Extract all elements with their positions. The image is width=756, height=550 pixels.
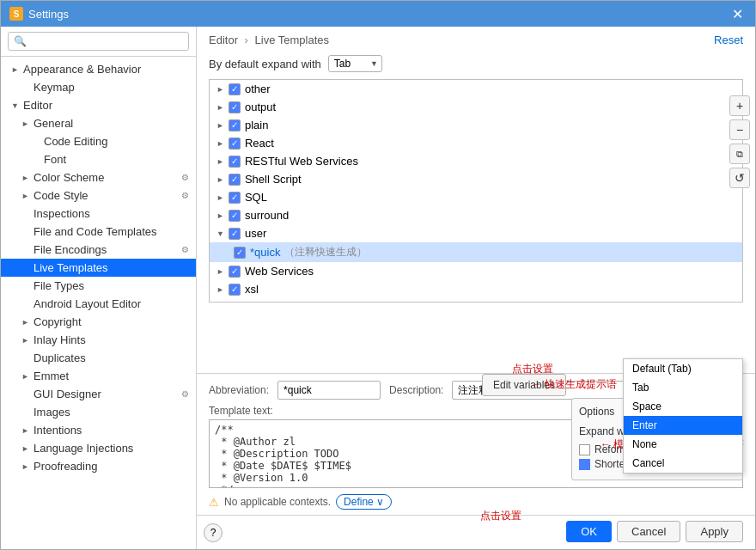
cancel-button[interactable]: Cancel [617,521,680,542]
checkbox[interactable]: ✓ [234,247,246,259]
sidebar-item-android-layout[interactable]: Android Layout Editor [1,295,196,313]
sidebar-item-label: General [34,117,73,130]
sidebar-item-duplicates[interactable]: Duplicates [1,349,196,367]
tpl-group-surround[interactable]: ► ✓ surround [210,206,742,224]
sidebar-item-label: Keymap [34,81,75,94]
sidebar-item-file-encodings[interactable]: File Encodings ⚙ [1,241,196,259]
sidebar-item-gui-designer[interactable]: GUI Designer ⚙ [1,385,196,403]
sidebar-item-label: Proofreading [34,460,97,473]
sidebar-item-images[interactable]: Images [1,403,196,421]
tpl-group-output[interactable]: ► ✓ output [210,98,742,116]
sidebar-item-editor[interactable]: ▼ Editor [1,96,196,114]
sidebar-item-intentions[interactable]: ► Intentions [1,421,196,439]
tpl-group-restful[interactable]: ► ✓ RESTful Web Services [210,152,742,170]
menu-item-cancel[interactable]: Cancel [624,454,742,473]
checkbox[interactable]: ✓ [229,266,241,278]
group-label: Zen CSS [245,301,290,302]
reformat-checkbox[interactable] [579,444,590,455]
checkbox[interactable]: ✓ [229,192,241,204]
checkbox[interactable]: ✓ [229,228,241,240]
sidebar-item-label: Images [34,406,70,419]
sidebar-item-appearance[interactable]: ► Appearance & Behavior [1,60,196,78]
expand-arrow: ▼ [216,229,224,238]
close-button[interactable]: ✕ [729,6,747,22]
tpl-group-react[interactable]: ► ✓ React [210,134,742,152]
sidebar-item-font[interactable]: Font [1,150,196,168]
search-box[interactable] [1,27,196,57]
tpl-name: *quick [250,246,280,259]
remove-button[interactable]: − [729,119,750,140]
expand-arrow: ▼ [11,101,20,110]
sidebar-item-file-types[interactable]: File Types [1,277,196,295]
tpl-group-xsl[interactable]: ► ✓ xsl [210,280,742,298]
tpl-group-user[interactable]: ▼ ✓ user [210,224,742,242]
group-label: user [245,227,266,240]
expand-arrow: ► [216,85,224,94]
sidebar-item-copyright[interactable]: ► Copyright [1,313,196,331]
reset-link[interactable]: Reset [714,34,743,46]
menu-item-default-tab[interactable]: Default (Tab) [624,359,742,378]
checkbox[interactable]: ✓ [229,101,241,113]
menu-item-tab[interactable]: Tab [624,378,742,397]
tpl-group-plain[interactable]: ► ✓ plain [210,116,742,134]
shorten-checkbox[interactable] [579,459,590,470]
define-link[interactable]: Define ∨ [336,494,392,510]
checkbox[interactable]: ✓ [229,174,241,186]
template-list: ► ✓ other ► ✓ output ► ✓ plain [209,79,743,302]
sidebar-item-file-code-templates[interactable]: File and Code Templates [1,223,196,241]
checkbox[interactable]: ✓ [229,156,241,168]
checkbox[interactable]: ✓ [229,119,241,131]
expand-arrow: ► [216,103,224,112]
sidebar-item-label: Inspections [34,207,90,220]
copy-button[interactable]: ⧉ [729,144,750,164]
tpl-group-other[interactable]: ► ✓ other [210,80,742,98]
tpl-group-sql[interactable]: ► ✓ SQL [210,188,742,206]
apply-button[interactable]: Apply [686,521,743,542]
tpl-item-quick[interactable]: ✓ *quick （注释快速生成） [210,242,742,262]
sidebar-item-label: Emmet [34,370,69,382]
settings-icon-small: ⚙ [181,173,189,182]
menu-item-space[interactable]: Space [624,397,742,416]
expand-label: By default expand with [209,58,321,70]
abbreviation-input[interactable] [277,381,381,400]
expand-arrow: ► [216,121,224,130]
sidebar-item-color-scheme[interactable]: ► Color Scheme ⚙ [1,168,196,186]
checkbox[interactable]: ✓ [229,302,241,303]
expand-arrow: ► [216,175,224,184]
sidebar-item-emmet[interactable]: ► Emmet [1,367,196,385]
help-button[interactable]: ? [204,523,223,542]
sidebar-item-live-templates[interactable]: Live Templates [1,259,196,277]
search-input[interactable] [8,32,189,51]
group-label: xsl [245,283,259,296]
tpl-group-zen-css[interactable]: ► ✓ Zen CSS [210,298,742,302]
checkbox[interactable]: ✓ [229,138,241,150]
sidebar-item-label: File and Code Templates [34,225,157,238]
sidebar-item-code-style[interactable]: ► Code Style ⚙ [1,186,196,205]
sidebar-item-proofreading[interactable]: ► Proofreading [1,457,196,475]
breadcrumb: Editor › Live Templates [209,34,329,46]
settings-dialog: S Settings ✕ ► Appearance & Behavior Key… [0,0,756,550]
expand-dropdown[interactable]: Tab Enter Space [328,55,382,72]
sidebar-item-label: Copyright [34,315,82,328]
checkbox[interactable]: ✓ [229,210,241,222]
checkbox[interactable]: ✓ [229,83,241,95]
menu-item-enter[interactable]: Enter [624,416,742,435]
reset-button[interactable]: ↺ [729,168,750,188]
sidebar-item-inspections[interactable]: Inspections [1,205,196,223]
expand-arrow: ► [216,285,224,294]
title-bar-left: S Settings [9,7,69,21]
menu-item-none[interactable]: None [624,435,742,454]
sidebar-item-language-injections[interactable]: ► Language Injections [1,439,196,457]
tpl-group-shell[interactable]: ► ✓ Shell Script [210,170,742,188]
group-label: React [245,137,274,150]
add-button[interactable]: + [729,95,750,116]
tpl-group-webservices[interactable]: ► ✓ Web Services [210,262,742,280]
sidebar-item-general[interactable]: ► General [1,114,196,132]
sidebar-item-keymap[interactable]: Keymap [1,78,196,96]
sidebar-item-inlay-hints[interactable]: ► Inlay Hints [1,331,196,349]
sidebar-item-code-editing[interactable]: Code Editing [1,132,196,150]
edit-variables-button[interactable]: Edit variables [482,374,566,396]
checkbox[interactable]: ✓ [229,284,241,296]
expand-dropdown-wrapper[interactable]: Tab Enter Space [328,55,382,72]
ok-button[interactable]: OK [566,521,612,542]
